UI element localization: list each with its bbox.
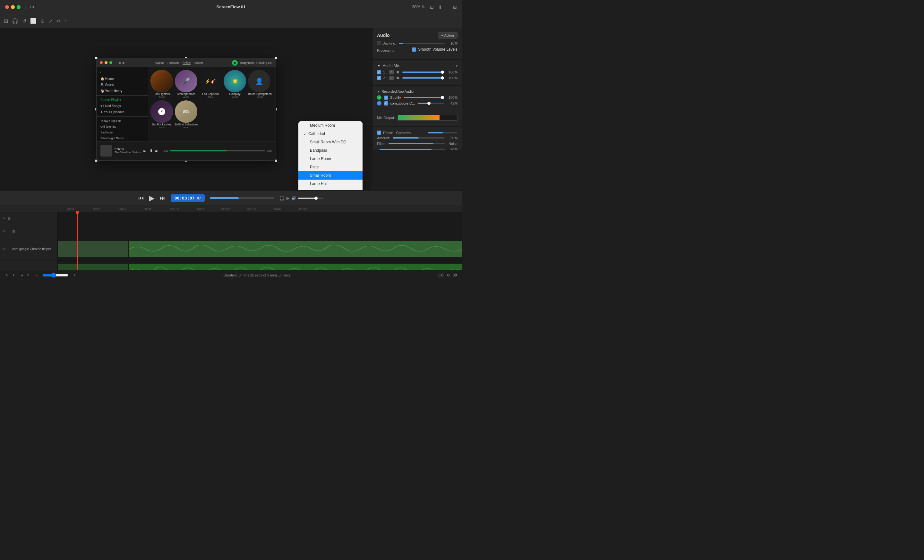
smooth-volume-checkbox[interactable] [412, 48, 416, 52]
filter-slider[interactable] [388, 143, 445, 144]
track-icon-eye2[interactable]: 👁 [3, 230, 6, 233]
dropdown-item-medium-room[interactable]: Medium Room [298, 121, 363, 130]
sp-avatar[interactable]: p [232, 60, 238, 66]
skip-back-button[interactable]: ⏮ [138, 195, 144, 201]
dropdown-item-large-room[interactable]: Large Room [298, 154, 363, 163]
dropdown-item-plate[interactable]: Plate [298, 163, 363, 171]
sidebar-toggle-icon[interactable]: ⊞ [24, 5, 28, 9]
track-icon-dots2[interactable]: ··· [8, 230, 10, 233]
sp-minimize[interactable] [105, 61, 108, 64]
sp-menu-podcasts[interactable]: Playlists [154, 61, 164, 64]
view-icon[interactable]: ⊞ [4, 18, 8, 24]
ducking-checkbox[interactable] [377, 41, 381, 45]
track-icon-menu-chrome[interactable]: ☰ [53, 247, 56, 251]
audio-mix-options-icon[interactable]: ▾ [456, 64, 458, 68]
artist-coldplay[interactable]: 🌟 Coldplay Artist [224, 70, 246, 99]
crop-icon[interactable]: ✂ [57, 18, 61, 24]
spotify-audio-slider[interactable] [404, 97, 444, 98]
track-icon-eye-chrome[interactable]: 👁 [3, 247, 6, 251]
sp-reading-list[interactable]: Reading List [256, 61, 272, 64]
track-icon-eye1[interactable]: 👁 [3, 217, 6, 220]
chevron-down-icon[interactable]: ▾ [32, 5, 34, 9]
track-icon-dots-chrome[interactable]: ··· [8, 247, 10, 251]
dropdown-item-cathedral[interactable]: ✓ Cathedral [298, 130, 363, 138]
sidebar-item-search[interactable]: 🔍 Search [97, 82, 148, 88]
skip-forward-button[interactable]: ⏭ [160, 195, 165, 201]
sidebar-item-old-listening[interactable]: Old listening [97, 124, 148, 130]
dropdown-item-large-hall[interactable]: Large Hall [298, 180, 363, 188]
sp-maximize[interactable] [110, 61, 112, 64]
sidebar-item-episodes[interactable]: ⬇ Your Episodes [97, 109, 148, 115]
share-icon[interactable]: ⬆ [438, 4, 442, 10]
expand-icon[interactable]: ⊞ [453, 4, 457, 10]
artist-led-zeppelin[interactable]: ⚡🎸 Led Zeppelin Artist [199, 70, 222, 99]
refresh-icon[interactable]: ↺ [22, 18, 26, 24]
sp-close[interactable] [100, 61, 103, 64]
channel-2-checkbox[interactable]: ✓ [377, 76, 381, 80]
sp-back-icon[interactable]: ◀ [118, 61, 121, 64]
dropdown-item-small-room[interactable]: Small Room [298, 171, 363, 180]
add-media-icon[interactable]: + [21, 273, 23, 278]
channel-2-slider[interactable] [402, 77, 444, 79]
cursor-tool-icon[interactable]: ↖ [5, 273, 9, 278]
captions-icon[interactable]: CC [438, 273, 444, 277]
add-clip-icon[interactable]: + [30, 5, 32, 9]
playback-progress[interactable] [210, 197, 274, 199]
play-pause-button[interactable]: ▶ [149, 194, 154, 202]
dropdown-item-presence[interactable]: Presence [298, 188, 363, 190]
audio-mix-header[interactable]: ▼ Audio Mix ▾ [377, 63, 458, 68]
sp-menu-artists-active[interactable]: Artists [183, 61, 190, 64]
channel-1-checkbox[interactable]: ✓ [377, 70, 381, 75]
record-icon[interactable]: ⊙ [40, 18, 45, 24]
amount2-slider[interactable] [380, 149, 445, 150]
sp-play-icon[interactable]: ⏸ [148, 148, 153, 153]
sidebar-item-top-hits[interactable]: Today's Top Hits [97, 118, 148, 124]
dropdown-item-bandpass[interactable]: Bandpass [298, 146, 363, 154]
sp-menu-albums[interactable]: Albums [194, 61, 203, 64]
track-icon-menu2[interactable]: ☰ [12, 230, 15, 233]
channel-2-knob[interactable] [396, 77, 399, 79]
fit-icon[interactable]: ⊡ [430, 4, 434, 10]
add-media-dropdown-icon[interactable]: ▾ [27, 273, 29, 277]
dropdown-item-small-room-eq[interactable]: Small Room With EQ [298, 138, 363, 146]
maximize-button[interactable] [16, 5, 21, 9]
zoom-slider[interactable] [43, 273, 68, 278]
sidebar-item-home[interactable]: 🏠 Home [97, 76, 148, 82]
sp-menu-artists[interactable]: Podcasts [168, 61, 179, 64]
sp-forward-icon[interactable]: ▶ [123, 61, 125, 64]
sidebar-item-liked[interactable]: ♥ Liked Songs [97, 103, 148, 109]
channel-1-knob[interactable] [396, 71, 399, 73]
artist-foo-fighters[interactable]: Foo Fighters Artist [150, 70, 173, 99]
volume-icon[interactable]: 🔊 [291, 196, 296, 201]
artist-play-overlay[interactable]: ✕ [150, 100, 173, 123]
volume-slider[interactable] [298, 198, 324, 199]
cursor-dropdown-icon[interactable]: ▾ [13, 273, 14, 277]
recorded-app-collapse-icon[interactable]: ▼ [377, 90, 380, 93]
effect-slider[interactable] [428, 132, 458, 133]
route-icon[interactable]: ▶ [286, 196, 290, 201]
monitor-icon[interactable]: ⬜ [30, 18, 37, 24]
chrome-audio-slider[interactable] [418, 103, 444, 104]
export-icon[interactable]: ↑ [64, 18, 67, 24]
artist-bruce-springsteen[interactable]: 👤 Bruce Springsteen Artist [248, 70, 272, 99]
sidebar-item-sad-indie[interactable]: Sad Indie [97, 130, 148, 135]
channel-1-slider[interactable] [402, 72, 444, 73]
artist-stereophonics[interactable]: 🎤 Stereophonics Artist [175, 70, 197, 99]
sidebar-item-library[interactable]: 📚 Your Library [97, 88, 148, 94]
audio-icon[interactable]: 🎧 [12, 18, 18, 24]
artist-belle-sebastian[interactable]: B&S Belle & Sebastian Artist [175, 100, 198, 129]
sidebar-item-create-playlist[interactable]: Create Playlist [97, 97, 148, 103]
zoom-out-icon[interactable]: − [35, 273, 38, 277]
playhead[interactable] [77, 212, 78, 270]
ducking-slider[interactable] [399, 43, 445, 44]
chrome-audio-checkbox[interactable]: ✓ [384, 101, 388, 106]
amount-slider[interactable] [393, 137, 445, 139]
close-button[interactable] [5, 5, 9, 9]
settings-icon[interactable]: ⚙ [447, 273, 450, 277]
artist-bat-for-lashes[interactable]: ✨ ✕ Bat For Lashes Artist [150, 100, 173, 129]
zoom-in-icon[interactable]: + [74, 273, 76, 277]
minimize-button[interactable] [11, 5, 15, 9]
action-button[interactable]: + Action [438, 32, 458, 39]
channel-1-s-btn[interactable]: S [389, 70, 394, 75]
zoom-control[interactable]: 20% ⇅ [412, 4, 425, 9]
